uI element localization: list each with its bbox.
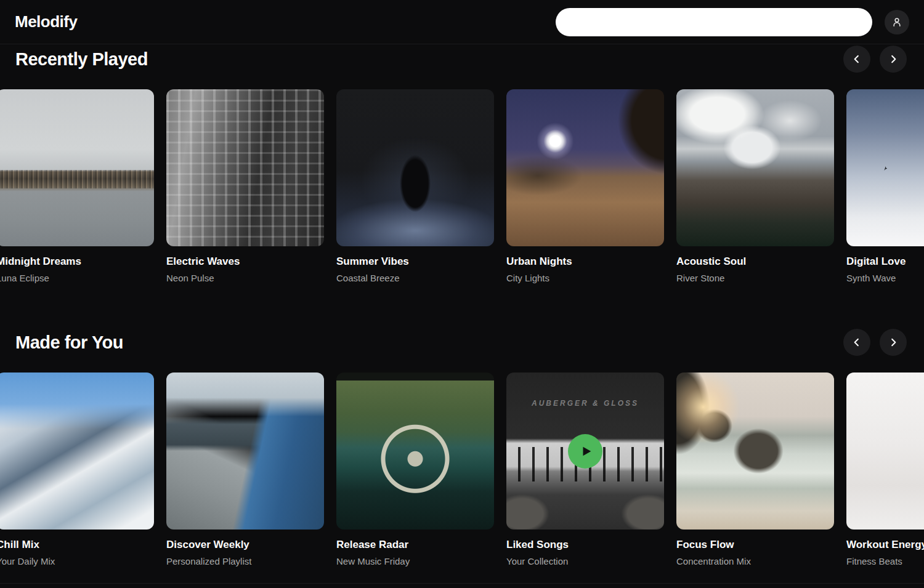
card-title: Liked Songs (506, 539, 664, 551)
card-subtitle: Coastal Breeze (336, 273, 494, 283)
card-title: Focus Flow (676, 539, 834, 551)
play-button[interactable] (568, 434, 602, 469)
card-subtitle: New Music Friday (336, 556, 494, 566)
section-recently-played: Recently Played Midnight Dreams Luna (0, 46, 924, 283)
album-art (676, 89, 834, 246)
album-art (0, 89, 154, 246)
search-input[interactable] (556, 8, 872, 36)
card-title: Chill Mix (0, 539, 154, 551)
album-art (506, 89, 664, 246)
album-art: AUBERGER & GLOSS (506, 373, 664, 530)
carousel-next-button[interactable] (880, 329, 907, 356)
album-art (0, 373, 154, 530)
card-subtitle: River Stone (676, 273, 834, 283)
playlist-card[interactable]: Digital Love Synth Wave (846, 89, 924, 283)
chevron-right-icon (888, 337, 899, 348)
card-subtitle: Personalized Playlist (166, 556, 324, 566)
playlist-card[interactable]: Chill Mix Your Daily Mix (0, 373, 154, 566)
card-title: Electric Waves (166, 256, 324, 268)
card-title: Release Radar (336, 539, 494, 551)
top-bar: Melodify (0, 0, 924, 44)
playlist-card[interactable]: Urban Nights City Lights (506, 89, 664, 283)
carousel-next-button[interactable] (880, 46, 907, 73)
album-art (336, 89, 494, 246)
card-subtitle: Luna Eclipse (0, 273, 154, 283)
card-title: Summer Vibes (336, 256, 494, 268)
playlist-card[interactable]: AUBERGER & GLOSS Liked Songs Your Collec… (506, 373, 664, 566)
carousel-prev-button[interactable] (843, 46, 870, 73)
album-art (166, 373, 324, 530)
chevron-left-icon (851, 54, 862, 65)
card-title: Workout Energy (846, 539, 924, 551)
card-title: Discover Weekly (166, 539, 324, 551)
card-title: Digital Love (846, 256, 924, 268)
main-content: Recently Played Midnight Dreams Luna (0, 46, 924, 566)
playlist-card[interactable]: Discover Weekly Personalized Playlist (166, 373, 324, 566)
carousel-nav (843, 329, 907, 356)
card-carousel: Midnight Dreams Luna Eclipse Electric Wa… (0, 89, 924, 283)
playlist-card[interactable]: Focus Flow Concentration Mix (676, 373, 834, 566)
album-art (846, 89, 924, 246)
section-made-for-you: Made for You Chill Mix Your Daily Mix (0, 329, 924, 566)
section-header: Recently Played (0, 46, 924, 73)
card-title: Acoustic Soul (676, 256, 834, 268)
album-art (336, 373, 494, 530)
chevron-left-icon (851, 337, 862, 348)
section-title: Made for You (15, 332, 123, 353)
card-subtitle: Your Daily Mix (0, 556, 154, 566)
playlist-card[interactable]: Midnight Dreams Luna Eclipse (0, 89, 154, 283)
card-subtitle: Synth Wave (846, 273, 924, 283)
playlist-card[interactable]: Electric Waves Neon Pulse (166, 89, 324, 283)
play-icon (577, 445, 593, 458)
album-art (846, 373, 924, 530)
chevron-right-icon (888, 54, 899, 65)
card-subtitle: Neon Pulse (166, 273, 324, 283)
playlist-card[interactable]: Acoustic Soul River Stone (676, 89, 834, 283)
piano-brand-text: AUBERGER & GLOSS (506, 399, 664, 408)
section-title: Recently Played (15, 49, 148, 70)
card-subtitle: Concentration Mix (676, 556, 834, 566)
album-art (676, 373, 834, 530)
card-subtitle: Your Collection (506, 556, 664, 566)
user-icon (891, 16, 903, 28)
playlist-card[interactable]: Workout Energy Fitness Beats (846, 373, 924, 566)
card-title: Urban Nights (506, 256, 664, 268)
carousel-prev-button[interactable] (843, 329, 870, 356)
album-art (166, 89, 324, 246)
card-title: Midnight Dreams (0, 256, 154, 268)
playlist-card[interactable]: Release Radar New Music Friday (336, 373, 494, 566)
carousel-nav (843, 46, 907, 73)
profile-button[interactable] (885, 10, 909, 34)
card-subtitle: Fitness Beats (846, 556, 924, 566)
playlist-card[interactable]: Summer Vibes Coastal Breeze (336, 89, 494, 283)
card-subtitle: City Lights (506, 273, 664, 283)
app-logo[interactable]: Melodify (15, 12, 77, 31)
bottom-section-divider (0, 583, 924, 584)
card-carousel: Chill Mix Your Daily Mix Discover Weekly… (0, 373, 924, 566)
section-header: Made for You (0, 329, 924, 356)
